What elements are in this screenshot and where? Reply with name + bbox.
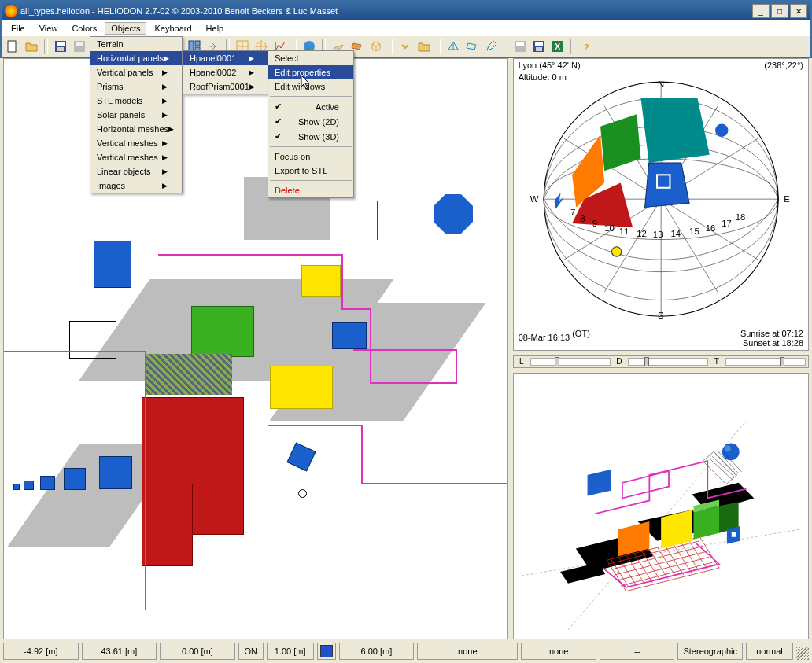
svg-text:8: 8 <box>580 214 585 223</box>
sky-panel[interactable]: Lyon (45° 42' N) (236°,22°) Altitude: 0 … <box>513 58 809 351</box>
west-label: W <box>530 194 538 204</box>
status-color[interactable] <box>317 643 336 660</box>
menu-active[interactable]: ✔Active <box>268 99 353 114</box>
menu-vertical-panels[interactable]: Vertical panels▶ <box>90 65 182 79</box>
canvas-2d[interactable] <box>3 58 508 639</box>
close-button[interactable]: ✕ <box>790 4 807 18</box>
maximize-button[interactable]: □ <box>771 4 788 18</box>
menu-select[interactable]: Select <box>268 51 353 65</box>
status-y: 43.61 [m] <box>82 643 157 660</box>
status-mode[interactable]: normal <box>746 643 793 660</box>
svg-text:11: 11 <box>618 227 629 236</box>
svg-text:?: ? <box>584 42 589 52</box>
resize-grip-icon[interactable] <box>796 647 809 660</box>
svg-rect-2 <box>57 42 65 46</box>
svg-text:18: 18 <box>735 212 745 222</box>
menu-export-stl[interactable]: Export to STL <box>268 164 353 178</box>
menu-linear-objects[interactable]: Linear objects▶ <box>90 164 182 179</box>
menu-stl-models[interactable]: STL models▶ <box>90 94 182 108</box>
save3-icon[interactable] <box>531 39 547 54</box>
panel-blue <box>99 456 132 489</box>
east-label: E <box>784 194 790 204</box>
menu-vertical-meshes[interactable]: Vertical meshes▶ <box>90 136 182 150</box>
svg-point-57 <box>715 124 728 137</box>
menu-terrain[interactable]: Terrain <box>90 37 182 51</box>
svg-point-84 <box>722 444 740 461</box>
menu-focus-on[interactable]: Focus on <box>268 149 353 164</box>
svg-text:13: 13 <box>653 230 663 239</box>
new-icon[interactable] <box>5 39 20 54</box>
right-column: Lyon (45° 42' N) (236°,22°) Altitude: 0 … <box>513 58 809 639</box>
svg-rect-35 <box>536 47 542 51</box>
panel-blue <box>332 322 367 349</box>
menu-file[interactable]: File <box>5 22 31 35</box>
hpanel-actions-submenu: Select Edit properties Edit windows ✔Act… <box>268 50 354 198</box>
texture-panel <box>146 354 232 395</box>
menu-keyboard[interactable]: Keyboard <box>148 22 197 35</box>
tetra-icon[interactable] <box>445 39 461 54</box>
octagon <box>434 194 473 234</box>
menu-horizontal-meshes[interactable]: Horizontal meshes▶ <box>90 122 182 136</box>
menu-images[interactable]: Images▶ <box>90 179 182 193</box>
open-icon[interactable] <box>24 39 39 54</box>
status-x: -4.92 [m] <box>3 643 79 660</box>
save-icon[interactable] <box>53 39 68 54</box>
down-icon[interactable] <box>397 39 413 54</box>
minimize-button[interactable]: _ <box>752 4 770 18</box>
panel-blue <box>64 468 86 490</box>
panel-outline <box>69 321 116 359</box>
location-label: Lyon (45° 42' N) <box>519 61 581 70</box>
menu-view[interactable]: View <box>33 22 65 35</box>
slider-d[interactable] <box>628 358 708 366</box>
save2-icon[interactable] <box>512 39 528 54</box>
excel-icon[interactable]: X <box>550 39 566 54</box>
slider-l[interactable] <box>530 358 611 366</box>
menu-hpanel0002[interactable]: Hpanel0002▶ <box>183 65 268 79</box>
panel-blue <box>94 241 131 288</box>
svg-rect-83 <box>731 532 736 537</box>
status-step[interactable]: 1.00 [m] <box>267 643 314 660</box>
canvas-3d[interactable] <box>513 373 809 639</box>
menu-show-3d[interactable]: ✔Show (3D) <box>268 129 353 144</box>
slider-t[interactable] <box>725 358 806 366</box>
status-projection[interactable]: Stereographic <box>677 643 743 660</box>
panel-blue <box>40 476 55 490</box>
tilted-icon[interactable] <box>464 39 480 54</box>
slider-t-label: T <box>711 357 722 366</box>
menu-roofprism0001[interactable]: RoofPrism0001▶ <box>183 79 268 94</box>
menu-objects[interactable]: Objects <box>105 22 146 35</box>
folder2-icon[interactable] <box>416 39 432 54</box>
menu-show-2d[interactable]: ✔Show (2D) <box>268 114 353 129</box>
panel-blue <box>24 481 34 490</box>
status-none2: none <box>521 643 596 660</box>
time-sliders[interactable]: L D T <box>513 355 809 368</box>
svg-marker-39 <box>434 194 473 234</box>
menu-solar-panels[interactable]: Solar panels▶ <box>90 108 182 122</box>
panel-green <box>191 306 254 357</box>
menubar: File View Colors Objects Keyboard Help <box>0 20 812 36</box>
menu-colors[interactable]: Colors <box>65 22 103 35</box>
pencil-icon[interactable] <box>483 39 499 54</box>
svg-rect-32 <box>516 42 524 46</box>
svg-marker-86 <box>587 470 611 495</box>
menu-hpanel0001[interactable]: Hpanel0001▶ <box>183 51 268 65</box>
menu-delete[interactable]: Delete <box>268 183 353 197</box>
slider-d-label: D <box>614 357 625 366</box>
menu-vertical-meshes-2[interactable]: Vertical meshes▶ <box>90 150 182 164</box>
datetime-label: 08-Mar 16:13 (OT) <box>519 329 590 348</box>
cube-icon[interactable] <box>368 39 384 54</box>
status-none1: none <box>417 643 518 660</box>
svg-text:10: 10 <box>604 223 615 233</box>
svg-text:16: 16 <box>705 223 715 233</box>
menu-horizontal-panels[interactable]: Horizontal panels▶ <box>90 51 182 65</box>
menu-prisms[interactable]: Prisms▶ <box>90 79 182 94</box>
status-on[interactable]: ON <box>238 643 264 660</box>
svg-text:17: 17 <box>722 219 732 228</box>
svg-text:14: 14 <box>670 229 681 238</box>
status-scale[interactable]: 6.00 [m] <box>339 643 415 660</box>
help-icon[interactable]: ? <box>579 39 595 54</box>
menu-help[interactable]: Help <box>200 22 231 35</box>
svg-rect-0 <box>8 41 16 52</box>
circle <box>298 489 307 498</box>
save-disabled-icon[interactable] <box>72 39 87 54</box>
